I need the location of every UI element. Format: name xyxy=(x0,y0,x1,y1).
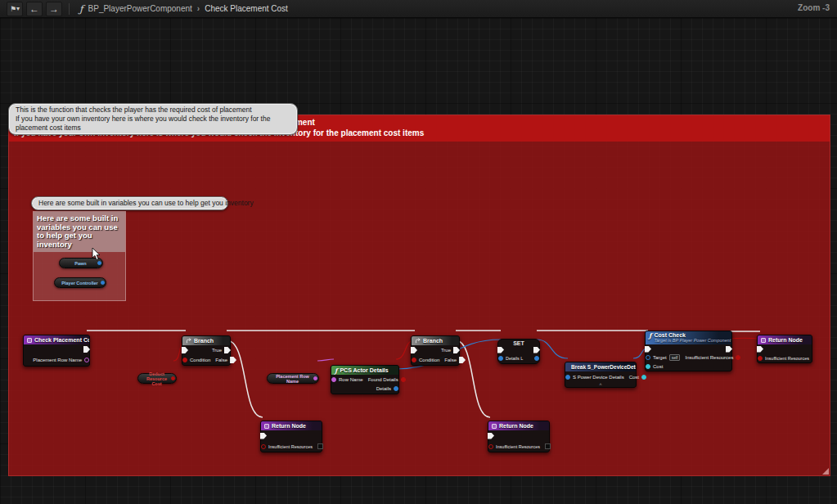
zoom-indicator: Zoom -3 xyxy=(798,3,830,12)
comment-inner-title: Here are some built in variables you can… xyxy=(34,212,125,252)
node-header[interactable]: ƒ PCS Actor Details xyxy=(331,366,398,375)
node-header[interactable]: Branch xyxy=(182,336,230,345)
target-pin[interactable] xyxy=(646,355,650,360)
forward-arrow-icon: → xyxy=(49,3,59,15)
comment-resize-handle[interactable] xyxy=(822,468,829,475)
variable-pill-placement-row-name[interactable]: Placement Row Name xyxy=(267,373,319,384)
exec-out-pin[interactable] xyxy=(726,346,732,353)
pin-label: True xyxy=(441,348,451,353)
insufficient-resources-pin[interactable] xyxy=(488,444,493,449)
node-check-placement-cost-entry[interactable]: Check Placement Cost Placement Row Name xyxy=(23,335,90,367)
node-title: Branch xyxy=(194,338,214,344)
graph-canvas[interactable]: This is the function that checks the pla… xyxy=(0,18,837,504)
forward-button[interactable]: → xyxy=(46,2,62,16)
name-out-pin[interactable] xyxy=(84,358,89,362)
pill-label: Player Controller xyxy=(61,281,99,286)
pin-label: Target xyxy=(653,355,667,360)
exec-in-pin[interactable] xyxy=(260,433,267,439)
found-details-pin[interactable] xyxy=(401,377,406,382)
node-break-s-powerdevicedetails[interactable]: Break S_PowerDeviceDetails S Power Devic… xyxy=(565,362,637,388)
exec-true-pin[interactable] xyxy=(453,347,460,353)
node-title: Check Placement Cost xyxy=(34,337,89,343)
node-header[interactable]: Check Placement Cost xyxy=(24,335,89,344)
exec-in-pin[interactable] xyxy=(411,347,417,353)
row-name-pin[interactable] xyxy=(331,377,336,382)
comment-tooltip-main: This is the function that checks the pla… xyxy=(8,103,298,135)
pin-label: Condition xyxy=(190,358,210,362)
bool-pin[interactable] xyxy=(171,376,175,380)
pin-label: False xyxy=(444,358,457,362)
node-header[interactable]: ƒ Cost Check Target is BP Player Power C… xyxy=(646,331,731,344)
bookmark-button[interactable]: ⚑ ▾ xyxy=(7,2,23,16)
node-return-main[interactable]: Return Node Insufficient Resources xyxy=(757,335,812,363)
variable-pill-deduct-resource-cost[interactable]: Deduct Resource Cost xyxy=(137,373,177,384)
node-header[interactable]: Break S_PowerDeviceDetails xyxy=(565,362,636,371)
breadcrumb: ƒ BP_PlayerPowerComponent › Check Placem… xyxy=(79,3,288,15)
exec-in-pin[interactable] xyxy=(182,347,188,353)
struct-out-pin[interactable] xyxy=(534,356,539,361)
node-title: Return Node xyxy=(499,423,533,429)
node-set-details[interactable]: SET Details L xyxy=(497,339,540,364)
condition-pin[interactable] xyxy=(412,358,416,362)
bool-default-checkbox[interactable] xyxy=(545,443,551,449)
node-header[interactable]: Branch xyxy=(412,336,459,345)
details-pin[interactable] xyxy=(394,386,398,391)
comment-tooltip-inner: Here are some built in variables you can… xyxy=(31,196,228,210)
node-pcs-actor-details[interactable]: ƒ PCS Actor Details Row Name Found Detai… xyxy=(331,365,399,394)
collapse-pins-chevron[interactable]: ˄ xyxy=(565,382,636,387)
node-title: PCS Actor Details xyxy=(340,367,388,373)
exec-true-pin[interactable] xyxy=(224,347,231,353)
bookmark-icon: ⚑ xyxy=(10,5,16,13)
struct-in-pin[interactable] xyxy=(565,375,570,380)
node-cost-check[interactable]: ƒ Cost Check Target is BP Player Power C… xyxy=(645,331,732,371)
pin-label: Insufficient Resources xyxy=(268,444,313,449)
comment-box-main[interactable]: This is the function that checks the pla… xyxy=(8,115,830,476)
function-entry-icon xyxy=(27,338,32,343)
function-icon: ƒ xyxy=(649,332,651,339)
node-branch-2[interactable]: Branch True Condition False xyxy=(411,335,460,366)
condition-pin[interactable] xyxy=(182,358,187,362)
tooltip-line2: If you have your own inventory here is w… xyxy=(16,115,290,133)
function-icon: ƒ xyxy=(79,3,83,15)
back-arrow-icon: ← xyxy=(29,3,39,15)
pin-label: Insufficient Resources xyxy=(765,356,809,361)
breadcrumb-blueprint[interactable]: BP_PlayerPowerComponent xyxy=(88,4,192,13)
node-return-branch2[interactable]: Return Node Insufficient Resources xyxy=(488,421,550,452)
return-node-icon xyxy=(761,338,766,343)
exec-in-pin[interactable] xyxy=(488,433,494,439)
breadcrumb-function[interactable]: Check Placement Cost xyxy=(205,4,288,13)
branch-icon xyxy=(415,338,421,344)
node-title: Return Node xyxy=(768,337,803,343)
insufficient-resources-pin[interactable] xyxy=(758,356,763,361)
blueprint-editor: ⚑ ▾ ← → ƒ BP_PlayerPowerComponent › Chec… xyxy=(0,0,837,504)
pin-label: Row Name xyxy=(339,377,363,382)
pin-label: S Power Device Details xyxy=(573,375,624,380)
name-pin[interactable] xyxy=(313,376,317,380)
cost-pin[interactable] xyxy=(641,375,646,380)
toolbar-separator xyxy=(69,3,70,15)
node-header[interactable]: Return Node xyxy=(758,335,812,344)
node-header[interactable]: Return Node xyxy=(488,421,549,430)
back-button[interactable]: ← xyxy=(26,2,43,16)
exec-out-pin[interactable] xyxy=(83,346,90,353)
bool-default-checkbox[interactable] xyxy=(317,443,323,449)
pin-label: False xyxy=(215,358,227,362)
pin-label: Found Details xyxy=(368,377,398,382)
node-header[interactable]: Return Node xyxy=(261,421,322,430)
pin-label: Details L xyxy=(506,356,523,361)
insufficient-resources-pin[interactable] xyxy=(261,444,266,449)
exec-in-pin[interactable] xyxy=(645,346,651,353)
exec-in-pin[interactable] xyxy=(757,346,763,353)
object-pin[interactable] xyxy=(97,261,101,265)
node-branch-1[interactable]: Branch True Condition False xyxy=(182,335,231,366)
exec-in-pin[interactable] xyxy=(497,347,504,353)
pin-label: Insufficient Resources xyxy=(496,444,540,449)
variable-pill-player-controller[interactable]: Player Controller xyxy=(54,277,106,288)
chevron-down-icon: ▾ xyxy=(16,5,20,12)
cost-pin[interactable] xyxy=(646,364,650,369)
node-return-branch1[interactable]: Return Node Insufficient Resources xyxy=(260,421,322,452)
exec-out-pin[interactable] xyxy=(533,347,540,353)
object-pin[interactable] xyxy=(101,281,105,285)
struct-in-pin[interactable] xyxy=(498,356,503,361)
return-node-icon xyxy=(264,424,269,429)
